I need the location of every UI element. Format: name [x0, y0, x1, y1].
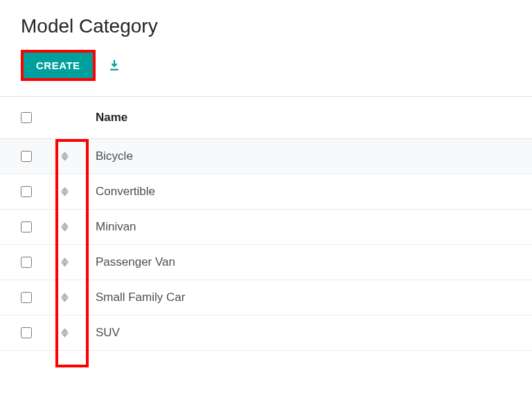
table-row[interactable]: Minivan [0, 210, 532, 245]
create-button[interactable]: CREATE [24, 53, 93, 78]
row-checkbox[interactable] [21, 257, 32, 268]
table-row[interactable]: SUV [0, 316, 532, 351]
svg-rect-0 [110, 68, 118, 70]
drag-handle-icon[interactable] [61, 257, 69, 267]
table-header: Name [0, 97, 532, 139]
drag-handle-icon[interactable] [61, 152, 69, 161]
row-checkbox[interactable] [21, 327, 32, 338]
table-row[interactable]: Passenger Van [0, 245, 532, 280]
row-name-cell: Small Family Car [96, 291, 185, 304]
drag-handle-icon[interactable] [61, 293, 69, 302]
import-icon[interactable] [108, 60, 121, 72]
drag-handle-icon[interactable] [61, 328, 69, 338]
drag-handle-icon[interactable] [61, 187, 69, 197]
page-title: Model Category [21, 15, 532, 37]
table-body: Bicycle Convertible Minivan [0, 139, 532, 351]
select-all-checkbox[interactable] [21, 112, 32, 123]
row-name-cell: Convertible [96, 185, 155, 199]
table-row[interactable]: Small Family Car [0, 280, 532, 316]
row-name-cell: Passenger Van [96, 255, 175, 269]
table-row[interactable]: Bicycle [0, 139, 532, 174]
create-button-highlight: CREATE [21, 50, 96, 81]
category-table: Name Bicycle Convertible [0, 96, 532, 351]
toolbar: CREATE [21, 50, 532, 96]
row-checkbox[interactable] [21, 292, 32, 303]
column-header-name[interactable]: Name [96, 111, 127, 125]
row-name-cell: SUV [96, 326, 120, 340]
drag-handle-icon[interactable] [61, 222, 69, 232]
row-checkbox[interactable] [21, 186, 32, 197]
row-name-cell: Minivan [96, 220, 136, 234]
row-checkbox[interactable] [21, 221, 32, 232]
table-row[interactable]: Convertible [0, 174, 532, 210]
row-name-cell: Bicycle [96, 149, 133, 163]
row-checkbox[interactable] [21, 151, 32, 162]
